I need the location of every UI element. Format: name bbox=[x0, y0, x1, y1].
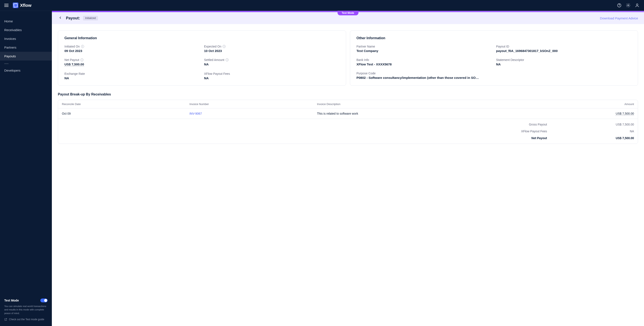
statement-value: NA bbox=[496, 62, 632, 66]
sidebar-nav: Home Receivables Invoices Partners Payou… bbox=[0, 11, 52, 75]
test-mode-chip: Test Mode bbox=[337, 11, 358, 15]
row-desc: This is related to software work bbox=[313, 108, 551, 119]
payout-id-label: Payout ID bbox=[496, 45, 509, 48]
user-icon[interactable] bbox=[634, 3, 640, 8]
purpose-code-value: P0802 - Software consultancy/implementat… bbox=[356, 76, 632, 79]
sidebar-item-home[interactable]: Home bbox=[0, 17, 52, 25]
gear-icon[interactable] bbox=[626, 3, 631, 8]
net-payout-value: US$ 7,500.00 bbox=[64, 62, 84, 66]
bank-info-label: Bank Info bbox=[356, 58, 369, 62]
download-payment-advice-link[interactable]: Download Payment Advice bbox=[600, 16, 638, 20]
exchange-rate-label: Exchange Rate bbox=[64, 72, 85, 75]
breakup-table: Reconcile Date Invoice Number Invoice De… bbox=[58, 100, 638, 144]
info-icon[interactable]: i bbox=[80, 58, 84, 61]
col-invoice-number: Invoice Number bbox=[186, 100, 313, 108]
info-icon[interactable]: i bbox=[226, 58, 228, 61]
settled-amount-value: NA bbox=[204, 62, 339, 66]
net-payout-label: Net Payout bbox=[64, 58, 79, 62]
other-information-card: Other Information Partner Name Test Comp… bbox=[350, 30, 638, 86]
sidebar-item-partners[interactable]: Partners bbox=[0, 43, 52, 52]
svg-point-2 bbox=[628, 5, 629, 6]
net-payout-summary-label: Net Payout bbox=[313, 135, 551, 144]
fees-value: NA bbox=[551, 128, 638, 135]
invoice-link[interactable]: INV-9067 bbox=[190, 112, 202, 115]
row-date: Oct 09 bbox=[58, 108, 186, 119]
fees-label: XFlow Payout Fees bbox=[313, 128, 551, 135]
info-icon[interactable]: i bbox=[81, 45, 84, 48]
expected-on-label: Expected On bbox=[204, 45, 221, 48]
partner-name-value: Test Company bbox=[356, 49, 492, 53]
test-mode-toggle[interactable] bbox=[40, 299, 48, 302]
payout-id-value: payout_f0A_1696847301817_kSOnZ_000 bbox=[496, 49, 632, 53]
external-link-icon bbox=[4, 318, 7, 321]
sidebar-item-developers[interactable]: Developers bbox=[0, 66, 52, 75]
gross-payout-label: Gross Payout bbox=[313, 119, 551, 128]
sidebar-item-receivables[interactable]: Receivables bbox=[0, 25, 52, 34]
purpose-code-label: Purpose Code bbox=[356, 72, 376, 75]
other-card-title: Other Information bbox=[356, 36, 632, 40]
row-amount: US$ 7,500.00 bbox=[616, 112, 634, 116]
test-mode-label: Test Mode bbox=[4, 299, 19, 302]
net-payout-summary-value: US$ 7,500.00 bbox=[551, 135, 638, 144]
test-mode-guide-link[interactable]: Check out the Test mode guide bbox=[4, 318, 48, 321]
brand-logo-icon bbox=[13, 2, 18, 8]
svg-point-3 bbox=[636, 4, 638, 5]
col-invoice-description: Invoice Description bbox=[313, 100, 551, 108]
help-icon[interactable] bbox=[617, 3, 622, 8]
partner-name-label: Partner Name bbox=[356, 45, 375, 48]
svg-point-1 bbox=[619, 6, 619, 6]
breakup-title: Payout Break-up By Receivables bbox=[58, 92, 638, 96]
statement-label: Statement Descriptor bbox=[496, 58, 524, 62]
sidebar-item-payouts[interactable]: Payouts bbox=[0, 52, 52, 60]
xflow-fees-label: XFlow Payout Fees bbox=[204, 72, 230, 75]
back-arrow-icon[interactable] bbox=[58, 15, 63, 21]
col-reconcile-date: Reconcile Date bbox=[58, 100, 186, 108]
page-title: Payout: bbox=[66, 16, 80, 20]
info-icon[interactable]: i bbox=[222, 45, 226, 48]
sidebar-item-invoices[interactable]: Invoices bbox=[0, 34, 52, 43]
sidebar-divider bbox=[4, 63, 8, 64]
initiated-on-label: Initiated On bbox=[64, 45, 80, 48]
gross-payout-value: US$ 7,500.00 bbox=[551, 119, 638, 128]
brand-name: Xflow bbox=[20, 3, 31, 8]
bank-info-value: XFlow Test - XXXX5678 bbox=[356, 62, 492, 66]
initiated-on-value: 09 Oct 2023 bbox=[64, 49, 200, 53]
menu-icon[interactable] bbox=[4, 4, 8, 7]
exchange-rate-value: NA bbox=[64, 76, 200, 80]
general-card-title: General Information bbox=[64, 36, 340, 40]
mode-strip: Test Mode bbox=[52, 11, 644, 12]
status-badge: Initialized bbox=[83, 16, 98, 20]
settled-amount-label: Settled Amount bbox=[204, 58, 224, 62]
test-mode-desc: You can simulate real world transactions… bbox=[4, 305, 48, 315]
brand-logo[interactable]: Xflow bbox=[13, 2, 31, 8]
col-amount: Amount bbox=[551, 100, 638, 108]
guide-link-label: Check out the Test mode guide bbox=[9, 318, 44, 321]
table-row: Oct 09 INV-9067 This is related to softw… bbox=[58, 108, 638, 119]
xflow-fees-value: NA bbox=[204, 76, 339, 80]
expected-on-value: 10 Oct 2023 bbox=[204, 49, 339, 53]
general-information-card: General Information Initiated On i 09 Oc… bbox=[58, 30, 346, 86]
